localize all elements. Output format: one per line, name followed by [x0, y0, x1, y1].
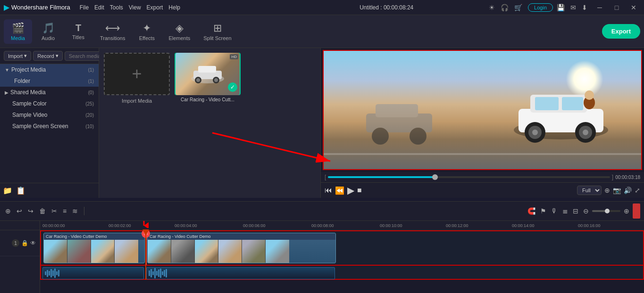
menu-help[interactable]: Help — [168, 4, 180, 11]
preview-progress-bar[interactable] — [328, 176, 610, 178]
preview-progress-handle[interactable] — [432, 174, 438, 180]
download-icon[interactable]: ⬇ — [582, 4, 587, 11]
toolbar-split-screen[interactable]: ⊞ Split Screen — [198, 19, 237, 44]
volume-icon[interactable]: 🔊 — [624, 187, 632, 194]
toolbar-elements[interactable]: ◈ Elements — [163, 19, 196, 44]
wave-bar — [47, 270, 48, 277]
close-button[interactable]: ✕ — [627, 3, 640, 12]
zoom-thumb[interactable] — [605, 209, 610, 213]
tree-item-shared-media[interactable]: ▶ Shared Media (0) — [0, 87, 99, 98]
record-dropdown-icon[interactable]: ▾ — [56, 53, 59, 59]
window-controls: ☀ 🎧 🛒 Login 💾 ✉ ⬇ ─ □ ✕ — [489, 3, 640, 12]
cart-icon[interactable]: 🛒 — [514, 4, 522, 11]
skip-back-button[interactable]: ⏮ — [325, 186, 332, 195]
clip-duration-badge: HD — [230, 54, 238, 59]
transitions-icon: ⟷ — [105, 22, 120, 34]
car-racing-thumb[interactable]: HD ✓ — [175, 53, 241, 95]
visibility-icon[interactable]: 👁 — [30, 240, 36, 246]
audio-clip-2[interactable] — [146, 267, 335, 279]
headphone-icon[interactable]: 🎧 — [501, 4, 509, 11]
media-area: + Import Media — [99, 48, 321, 198]
sun-icon[interactable]: ☀ — [489, 4, 495, 11]
wave-bar — [158, 269, 159, 277]
zoom-out-button[interactable]: ⊖ — [582, 206, 590, 216]
audio-waveform-button[interactable]: ≋ — [71, 206, 79, 216]
color-accent-bar — [633, 203, 640, 219]
toolbar-audio[interactable]: 🎵 Audio — [34, 19, 62, 44]
clip-1[interactable]: Car Racing - Video Cutter Demo — [43, 233, 145, 263]
tree-item-sample-green[interactable]: Sample Green Screen (10) — [0, 121, 99, 132]
layout-button[interactable]: ⊟ — [571, 206, 580, 216]
wave-bar — [45, 271, 46, 275]
tree-item-folder[interactable]: Folder (1) — [0, 75, 99, 87]
thumb-2-4 — [218, 240, 242, 263]
toolbar-media[interactable]: 🎬 Media — [4, 19, 32, 44]
zoom-bar[interactable] — [592, 210, 620, 212]
clip-2[interactable]: Car Racing - Video Cutter Demo — [147, 233, 336, 263]
save-icon[interactable]: 💾 — [557, 4, 565, 11]
menu-export[interactable]: Export — [147, 4, 163, 11]
adjust-button[interactable]: ≡ — [61, 206, 68, 216]
menu-file[interactable]: File — [80, 4, 89, 11]
stop-button[interactable]: ■ — [357, 186, 362, 195]
tree-item-sample-video[interactable]: Sample Video (20) — [0, 109, 99, 121]
magnet-button[interactable]: 🧲 — [526, 206, 537, 216]
video-track[interactable]: Car Racing - Video Cutter Demo ✂ — [40, 230, 644, 266]
shared-media-label: Shared Media — [10, 89, 88, 96]
sample-green-count: (10) — [85, 124, 94, 129]
cut-button[interactable]: ✂ — [50, 206, 59, 216]
preview-car-shadow — [361, 99, 437, 148]
quality-select[interactable]: Full — [577, 186, 602, 195]
track-number: 1 — [12, 239, 19, 247]
login-button[interactable]: Login — [528, 3, 553, 12]
maximize-button[interactable]: □ — [610, 3, 623, 12]
audio-meter-button[interactable]: 🎙 — [550, 206, 559, 216]
delete-button[interactable]: 🗑 — [38, 206, 47, 216]
import-media-item[interactable]: + Import Media — [104, 53, 170, 193]
menu-view[interactable]: View — [129, 4, 141, 11]
menu-tools[interactable]: Tools — [110, 4, 123, 11]
wave-bar — [149, 270, 150, 276]
menu-edit[interactable]: Edit — [94, 4, 104, 11]
panel-toolbar: Import ▾ Record ▾ ⚡ ⋮⋮ — [0, 48, 99, 64]
list-view-icon[interactable]: 📋 — [16, 186, 25, 195]
mail-icon[interactable]: ✉ — [570, 4, 576, 11]
app-name: Wondershare Filmora — [11, 4, 70, 11]
tree-item-sample-color[interactable]: Sample Color (25) — [0, 98, 99, 109]
audio-clip-1[interactable] — [42, 267, 144, 279]
screenshot-icon[interactable]: 📷 — [613, 187, 621, 194]
fullscreen-icon[interactable]: ⤢ — [635, 187, 640, 194]
import-media-thumb[interactable]: + — [104, 53, 170, 95]
timeline-ruler[interactable]: 00:00:00:00 00:00:02:00 00:00:04:00 00:0… — [40, 221, 644, 230]
undo-button[interactable]: ↩ — [15, 206, 24, 216]
tree-item-project-media[interactable]: ▼ Project Media (1) — [0, 64, 99, 75]
audio-track[interactable] — [40, 265, 644, 280]
import-button[interactable]: Import ▾ — [4, 51, 31, 61]
thumb-1-4 — [115, 240, 138, 263]
toolbar-transitions[interactable]: ⟷ Transitions — [94, 19, 131, 44]
subtitle-button[interactable]: ≣ — [561, 206, 569, 216]
add-folder-icon[interactable]: 📁 — [3, 186, 12, 195]
add-track-button[interactable]: ⊕ — [4, 206, 12, 216]
play-button[interactable]: ▶ — [347, 185, 354, 196]
timeline-track-labels: 1 🔒 👁 — [0, 221, 40, 293]
export-button[interactable]: Export — [602, 24, 640, 39]
zoom-in-button[interactable]: ⊕ — [622, 206, 631, 216]
add-to-timeline-icon[interactable]: ⊕ — [604, 187, 610, 194]
wave-bar — [166, 269, 167, 277]
car-racing-clip[interactable]: HD ✓ Car Racing - Video Cutt... — [175, 53, 241, 193]
svg-rect-12 — [535, 97, 559, 110]
folder-label: Folder — [14, 78, 88, 84]
main-content: Import ▾ Record ▾ ⚡ ⋮⋮ ▼ Project Media (… — [0, 48, 644, 198]
toolbar-titles[interactable]: T Titles — [64, 20, 92, 43]
lock-icon[interactable]: 🔒 — [21, 240, 28, 246]
clip-1-label: Car Racing - Video Cutter Demo — [44, 233, 144, 240]
record-button[interactable]: Record ▾ — [33, 51, 62, 61]
markers-button[interactable]: ⚑ — [539, 206, 548, 216]
redo-button[interactable]: ↪ — [26, 206, 35, 216]
toolbar-effects[interactable]: ✦ Effects — [133, 19, 161, 44]
step-back-button[interactable]: ⏪ — [335, 186, 344, 195]
wave-bar — [154, 268, 156, 278]
minimize-button[interactable]: ─ — [593, 3, 606, 12]
import-dropdown-icon[interactable]: ▾ — [24, 53, 27, 59]
